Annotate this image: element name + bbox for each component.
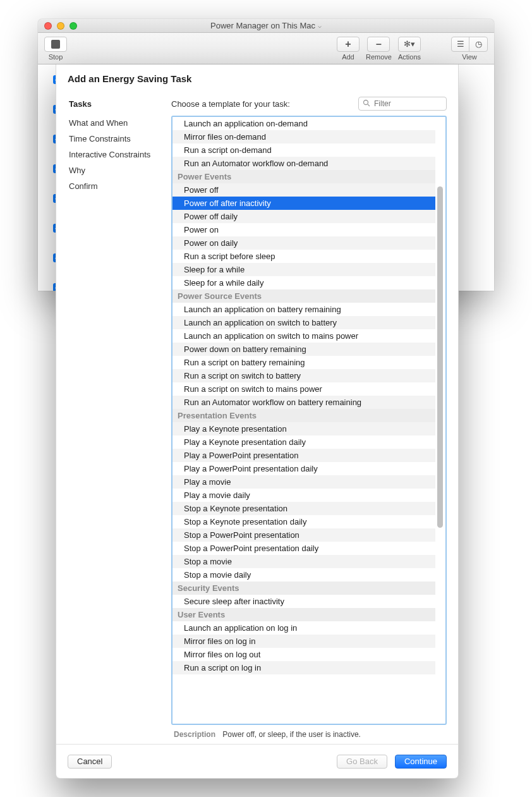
list-view-icon[interactable]: ☰ <box>452 37 469 52</box>
list-scrollbar[interactable] <box>435 117 445 724</box>
template-prompt: Choose a template for your task: <box>171 99 290 109</box>
template-row[interactable]: Stop a Keynote presentation daily <box>172 515 435 528</box>
description-label: Description <box>174 730 215 739</box>
cancel-button[interactable]: Cancel <box>68 755 112 769</box>
template-group-presentation-events: Presentation Events <box>172 409 435 422</box>
template-row[interactable]: Play a PowerPoint presentation daily <box>172 462 435 475</box>
svg-point-0 <box>364 100 368 105</box>
template-row[interactable]: Sleep for a while daily <box>172 276 435 289</box>
template-row[interactable]: Run an Automator workflow on-demand <box>172 157 435 170</box>
description-text: Power off, or sleep, if the user is inac… <box>222 730 361 739</box>
template-group-power-source-events: Power Source Events <box>172 289 435 303</box>
template-row[interactable]: Mirror files on-demand <box>172 130 435 143</box>
template-row[interactable]: Run a script on battery remaining <box>172 356 435 369</box>
toolbar: Stop + Add – Remove ✻▾ Actions <box>38 33 494 64</box>
continue-button[interactable]: Continue <box>395 755 447 769</box>
toolbar-remove-button[interactable]: – Remove <box>366 37 392 61</box>
sidebar-item-what-when[interactable]: What and When <box>69 115 162 131</box>
toolbar-add-button[interactable]: + Add <box>337 37 360 61</box>
sidebar-item-why[interactable]: Why <box>69 162 162 178</box>
template-row[interactable]: Run a script before sleep <box>172 250 435 263</box>
minus-icon: – <box>376 39 382 50</box>
template-row[interactable]: Stop a PowerPoint presentation daily <box>172 542 435 555</box>
template-row[interactable]: Stop a movie daily <box>172 568 435 581</box>
template-row[interactable]: Play a movie daily <box>172 489 435 502</box>
toolbar-stop-button[interactable]: Stop <box>44 37 67 61</box>
template-row[interactable]: Power off daily <box>172 210 435 223</box>
plus-icon: + <box>345 39 351 50</box>
search-icon <box>363 99 370 109</box>
gauge-view-icon[interactable]: ◷ <box>469 37 487 52</box>
template-row[interactable]: Play a PowerPoint presentation <box>172 449 435 462</box>
template-group-security-events: Security Events <box>172 581 435 595</box>
template-row[interactable]: Launch an application on battery remaini… <box>172 303 435 316</box>
svg-line-1 <box>368 104 370 106</box>
window-title[interactable]: Power Manager on This Mac <box>210 21 315 30</box>
template-row[interactable]: Launch an application on-demand <box>172 117 435 130</box>
template-row[interactable]: Stop a Keynote presentation <box>172 502 435 515</box>
sheet-title: Add an Energy Saving Task <box>56 64 458 90</box>
filter-input[interactable] <box>358 97 447 111</box>
template-row[interactable]: Power on <box>172 223 435 236</box>
assistant-sidebar: Tasks What and When Time Constraints Int… <box>56 90 171 744</box>
template-group-power-events: Power Events <box>172 170 435 183</box>
template-row[interactable]: Run a script on switch to mains power <box>172 382 435 396</box>
template-row[interactable]: Power off <box>172 183 435 197</box>
gear-icon: ✻▾ <box>404 39 415 49</box>
assistant-sheet: Add an Energy Saving Task Tasks What and… <box>56 64 459 779</box>
sidebar-heading: Tasks <box>69 99 162 109</box>
template-row[interactable]: Play a Keynote presentation <box>172 422 435 435</box>
template-row[interactable]: Sleep for a while <box>172 263 435 276</box>
template-listbox[interactable]: Launch an application on-demand Mirror f… <box>171 116 447 725</box>
toolbar-view-segmented[interactable]: ☰ ◷ View <box>451 37 488 61</box>
template-row[interactable]: Stop a movie <box>172 555 435 568</box>
template-row[interactable]: Launch an application on log in <box>172 621 435 635</box>
sidebar-item-time-constraints[interactable]: Time Constraints <box>69 131 162 147</box>
template-row[interactable]: Run a script on switch to battery <box>172 369 435 382</box>
sidebar-item-interactive-constraints[interactable]: Interactive Constraints <box>69 147 162 162</box>
template-row[interactable]: Mirror files on log out <box>172 648 435 661</box>
template-row[interactable]: Mirror files on log in <box>172 635 435 648</box>
toolbar-actions-button[interactable]: ✻▾ Actions <box>398 37 421 61</box>
template-row[interactable]: Run a script on-demand <box>172 143 435 157</box>
template-group-user-events: User Events <box>172 608 435 621</box>
template-row[interactable]: Launch an application on switch to mains… <box>172 329 435 343</box>
template-row[interactable]: Run a script on log in <box>172 661 435 674</box>
go-back-button: Go Back <box>337 755 387 769</box>
sidebar-item-confirm[interactable]: Confirm <box>69 178 162 194</box>
sheet-footer: Cancel Go Back Continue <box>56 744 458 778</box>
template-row[interactable]: Play a movie <box>172 475 435 489</box>
scrollbar-thumb[interactable] <box>437 186 443 528</box>
template-row[interactable]: Run an Automator workflow on battery rem… <box>172 396 435 409</box>
template-row[interactable]: Secure sleep after inactivity <box>172 595 435 608</box>
template-row[interactable]: Launch an application on switch to batte… <box>172 316 435 329</box>
stop-icon <box>51 40 60 49</box>
chevron-down-icon: ⌵ <box>318 22 322 29</box>
template-row[interactable]: Play a Keynote presentation daily <box>172 435 435 449</box>
titlebar[interactable]: Power Manager on This Mac ⌵ <box>38 19 494 33</box>
template-row-selected[interactable]: Power off after inactivity <box>172 197 435 210</box>
template-row[interactable]: Power on daily <box>172 236 435 250</box>
template-row[interactable]: Stop a PowerPoint presentation <box>172 528 435 542</box>
template-row[interactable]: Power down on battery remaining <box>172 343 435 356</box>
